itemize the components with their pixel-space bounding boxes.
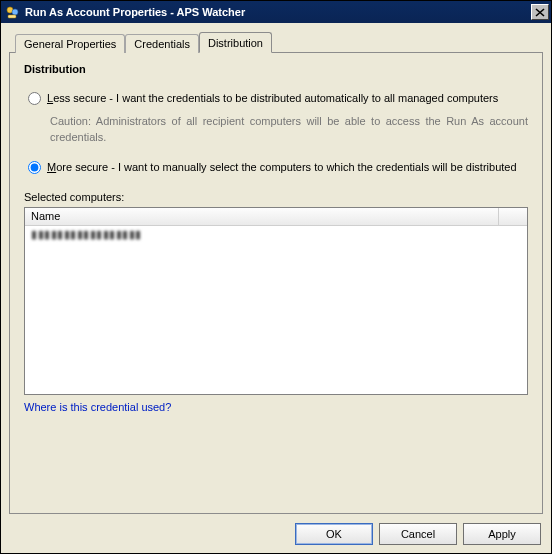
section-heading: Distribution [24,63,528,75]
dialog-body: General Properties Credentials Distribut… [1,23,551,553]
text-less: ess secure - I want the credentials to b… [53,92,498,104]
ok-button[interactable]: OK [295,523,373,545]
option-more-secure[interactable]: More secure - I want to manually select … [28,160,528,175]
option-less-secure[interactable]: Less secure - I want the credentials to … [28,91,528,106]
radio-less-secure[interactable] [28,92,41,105]
column-name[interactable]: Name [25,208,499,225]
tabpage-distribution: Distribution Less secure - I want the cr… [9,52,543,514]
titlebar: Run As Account Properties - APS Watcher [1,1,551,23]
tabstrip: General Properties Credentials Distribut… [15,31,543,52]
text-more: ore secure - I want to manually select t… [56,161,516,173]
window-title: Run As Account Properties - APS Watcher [25,6,531,18]
svg-point-1 [12,9,18,15]
list-header: Name [25,208,527,226]
radio-more-secure[interactable] [28,161,41,174]
tab-credentials[interactable]: Credentials [125,34,199,53]
cancel-button[interactable]: Cancel [379,523,457,545]
tab-general[interactable]: General Properties [15,34,125,53]
option-more-secure-label: More secure - I want to manually select … [47,160,517,175]
tab-distribution[interactable]: Distribution [199,32,272,53]
caution-text: Caution: Administrators of all recipient… [50,114,528,146]
selected-computers-list[interactable]: Name ▮▮▮▮▮▮▮▮▮▮▮▮▮▮▮▮▮ [24,207,528,395]
close-icon [535,8,545,17]
column-blank [499,208,527,225]
hotkey-more: M [47,161,56,173]
list-item[interactable]: ▮▮▮▮▮▮▮▮▮▮▮▮▮▮▮▮▮ [31,228,521,241]
close-button[interactable] [531,4,549,20]
where-used-link[interactable]: Where is this credential used? [24,401,171,413]
dialog-buttons: OK Cancel Apply [295,523,541,545]
apply-button[interactable]: Apply [463,523,541,545]
option-less-secure-label: Less secure - I want the credentials to … [47,91,498,106]
selected-computers-label: Selected computers: [24,191,528,203]
list-body: ▮▮▮▮▮▮▮▮▮▮▮▮▮▮▮▮▮ [25,226,527,243]
svg-rect-2 [8,15,16,18]
app-icon [5,4,21,20]
